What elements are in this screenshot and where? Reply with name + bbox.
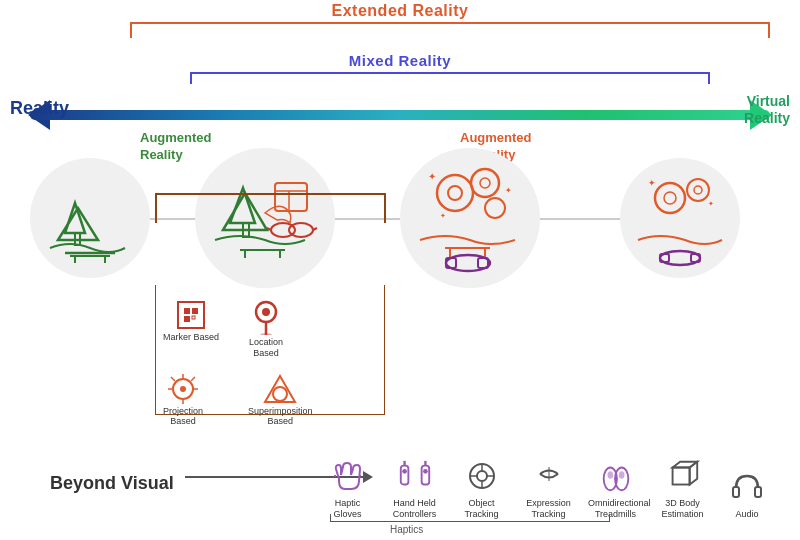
svg-rect-80 (672, 468, 689, 485)
haptics-label: Haptics (390, 524, 423, 535)
mixed-reality-label: Mixed Reality (0, 52, 800, 69)
omnidirectional-treadmills-icon (598, 458, 634, 494)
icon-expression-tracking: Expression Tracking (521, 458, 576, 520)
virtual-reality-label: VirtualReality (744, 93, 790, 127)
svg-point-77 (607, 472, 613, 480)
svg-rect-83 (733, 487, 739, 497)
icon-hand-held-controllers: Hand Held Controllers (387, 458, 442, 520)
svg-marker-8 (223, 193, 267, 230)
svg-point-17 (289, 223, 313, 237)
svg-point-70 (477, 471, 487, 481)
svg-point-35 (664, 192, 676, 204)
svg-text:✦: ✦ (708, 200, 714, 207)
icon-omnidirectional-treadmills: Omnidirectional Treadmills (588, 458, 643, 520)
svg-text:✦: ✦ (440, 212, 446, 219)
3d-body-estimation-icon (665, 458, 701, 494)
circle-augmented-virtuality: ✦ ✦ ✦ (400, 148, 540, 288)
icon-3d-body-estimation: 3D Body Estimation (655, 458, 710, 520)
haptics-bracket (330, 514, 610, 522)
svg-rect-46 (184, 316, 190, 322)
augmented-reality-label: AugmentedReality (140, 130, 212, 164)
svg-point-34 (655, 183, 685, 213)
beyond-visual-label: Beyond Visual (50, 473, 174, 495)
svg-text:✦: ✦ (505, 186, 512, 195)
icon-object-tracking: Object Tracking (454, 458, 509, 520)
diagram-container: Extended Reality Mixed Reality Reality V… (0, 0, 800, 540)
bottom-icons-container: Haptic Gloves Hand Held Controllers (320, 458, 790, 520)
3d-body-estimation-label: 3D Body Estimation (655, 498, 710, 520)
icon-audio: Audio (722, 469, 772, 520)
svg-marker-0 (65, 203, 85, 233)
arrow-line (30, 110, 770, 120)
icon-haptic-gloves: Haptic Gloves (320, 458, 375, 520)
ar-category-projection: ProjectionBased (163, 374, 203, 428)
main-arrow (30, 100, 770, 130)
svg-point-20 (437, 175, 473, 211)
ar-category-marker: Marker Based (163, 300, 219, 343)
svg-marker-59 (265, 376, 295, 402)
ar-box-right-up (384, 193, 386, 223)
svg-rect-47 (192, 316, 195, 319)
extended-reality-bracket (130, 22, 770, 38)
svg-rect-45 (192, 308, 198, 314)
svg-point-21 (448, 186, 462, 200)
svg-line-56 (171, 377, 175, 381)
haptic-gloves-icon (330, 458, 366, 494)
svg-point-24 (485, 198, 505, 218)
ar-categories: Marker Based LocationBased (163, 300, 313, 427)
svg-point-50 (260, 333, 272, 335)
ar-category-superimposition: SuperimpositionBased (248, 374, 313, 428)
ar-box-left-up (155, 193, 157, 223)
audio-label: Audio (735, 509, 758, 520)
svg-point-37 (694, 186, 702, 194)
svg-rect-84 (755, 487, 761, 497)
svg-rect-44 (184, 308, 190, 314)
svg-marker-82 (672, 462, 697, 468)
svg-rect-63 (400, 466, 408, 485)
reality-label: Reality (10, 98, 69, 119)
svg-point-36 (687, 179, 709, 201)
extended-reality-label: Extended Reality (0, 2, 800, 20)
svg-point-49 (262, 308, 270, 316)
mixed-reality-bracket (190, 72, 710, 84)
svg-point-60 (273, 387, 287, 401)
circle-virtual-reality: ✦ ✦ (620, 158, 740, 278)
object-tracking-icon (464, 458, 500, 494)
svg-point-23 (480, 178, 490, 188)
svg-rect-43 (178, 302, 204, 328)
svg-text:✦: ✦ (428, 171, 436, 182)
circle-augmented-reality (195, 148, 335, 288)
expression-tracking-icon (531, 458, 567, 494)
ar-box-top (155, 193, 385, 195)
ar-category-location: LocationBased (249, 300, 283, 359)
svg-point-67 (402, 469, 407, 474)
svg-point-79 (618, 472, 624, 480)
svg-rect-65 (421, 466, 429, 485)
svg-point-22 (471, 169, 499, 197)
audio-icon (729, 469, 765, 505)
connect-line-3-4 (540, 218, 620, 220)
svg-point-68 (423, 469, 428, 474)
svg-point-58 (180, 386, 186, 392)
svg-line-57 (191, 377, 195, 381)
svg-text:✦: ✦ (648, 178, 656, 188)
connect-line-1-2 (150, 218, 195, 220)
circle-reality (30, 158, 150, 278)
hand-held-controllers-icon (397, 458, 433, 494)
connect-line-2-3 (335, 218, 400, 220)
